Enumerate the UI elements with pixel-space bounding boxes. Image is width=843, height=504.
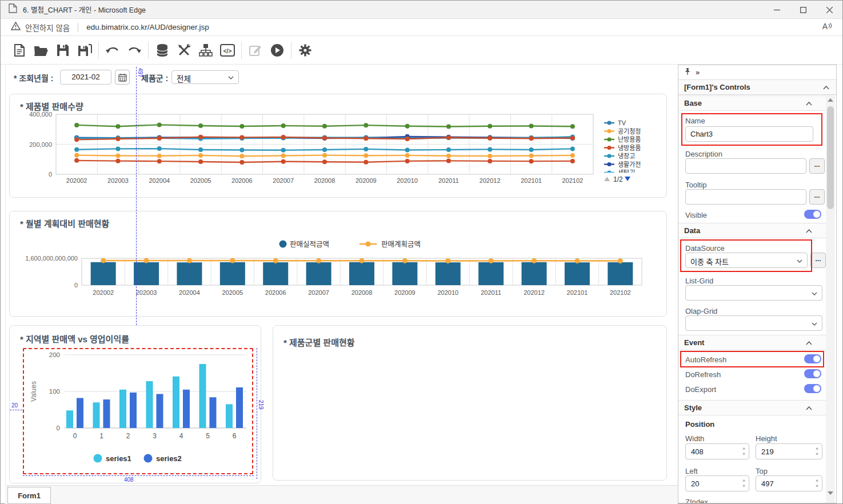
- chevron-up-icon: [806, 229, 812, 233]
- selection-rect[interactable]: [23, 348, 253, 474]
- svg-text:0: 0: [49, 171, 52, 178]
- olapgrid-label: Olap-Grid: [685, 307, 717, 315]
- svg-text:202004: 202004: [179, 289, 200, 296]
- dorefresh-label: DoRefresh: [685, 370, 721, 379]
- guide-line-width: [23, 475, 254, 476]
- maximize-button[interactable]: [790, 1, 816, 19]
- form-tab-strip: Form1: [5, 485, 678, 504]
- svg-text:202005: 202005: [190, 177, 211, 184]
- top-label: Top: [756, 467, 768, 475]
- left-label: Left: [685, 467, 698, 475]
- date-filter-label: * 조회년월 :: [14, 72, 53, 83]
- svg-text:202006: 202006: [231, 177, 253, 184]
- svg-text:400,000: 400,000: [29, 111, 52, 118]
- width-stepper[interactable]: 408˄˅: [685, 443, 749, 459]
- scroll-up-icon[interactable]: [828, 98, 833, 102]
- chevron-up-icon: [806, 341, 812, 345]
- panel-scrollbar[interactable]: [826, 95, 835, 503]
- guide-label-left: 20: [11, 402, 18, 409]
- svg-text:200,000: 200,000: [29, 141, 52, 148]
- pin-icon[interactable]: [684, 67, 691, 78]
- title-bar: 6. 별첨_CHART - 개인 - Microsoft Edge: [1, 1, 842, 19]
- description-input[interactable]: [685, 158, 806, 174]
- tools-icon[interactable]: [173, 40, 195, 61]
- database-icon[interactable]: [151, 40, 173, 61]
- tab-form1[interactable]: Form1: [7, 487, 51, 504]
- guide-label-top: 497: [137, 68, 143, 78]
- collapse-panel-icon[interactable]: »: [696, 68, 700, 77]
- svg-text:202002: 202002: [66, 177, 87, 184]
- datasource-more-button[interactable]: ...: [810, 253, 826, 268]
- svg-text:202008: 202008: [314, 177, 335, 184]
- run-play-icon[interactable]: [266, 40, 288, 61]
- redo-icon[interactable]: [123, 40, 145, 61]
- save-as-icon[interactable]: [74, 40, 95, 61]
- doexport-toggle[interactable]: [804, 384, 821, 393]
- guide-line-left: [10, 410, 22, 410]
- svg-text:TV: TV: [618, 119, 626, 126]
- url-text[interactable]: edu.bimatrix.co.kr/AUD/designer.jsp: [86, 23, 209, 31]
- window-title: 6. 별첨_CHART - 개인 - Microsoft Edge: [23, 4, 146, 15]
- edit-icon: [245, 40, 266, 61]
- security-warning-text: 안전하지 않음: [25, 22, 70, 33]
- annotation-autorefresh-highlight: [680, 351, 824, 367]
- height-label: Height: [756, 434, 777, 443]
- read-aloud-icon[interactable]: A: [822, 22, 832, 31]
- dorefresh-toggle[interactable]: [804, 369, 821, 378]
- minimize-button[interactable]: [764, 1, 790, 19]
- listgrid-select[interactable]: [685, 285, 822, 301]
- guide-label-height: 219: [258, 400, 264, 410]
- svg-text:1,600,000,000,000: 1,600,000,000,000: [25, 255, 78, 262]
- toolbar-separator: [148, 42, 149, 59]
- panel-product-sales-qty: * 제품별 판매수량 400,000200,000020200220200320…: [9, 94, 667, 198]
- category-select[interactable]: 전체: [171, 70, 239, 84]
- section-style[interactable]: Style: [678, 400, 826, 415]
- width-label: Width: [685, 434, 704, 443]
- close-button[interactable]: [816, 1, 842, 19]
- top-stepper[interactable]: 497˄˅: [756, 475, 822, 491]
- svg-text:202009: 202009: [355, 177, 377, 184]
- toolbar-separator: [98, 42, 99, 59]
- description-more-button[interactable]: ...: [809, 158, 825, 174]
- svg-text:202008: 202008: [351, 289, 373, 296]
- section-data[interactable]: Data: [678, 223, 826, 238]
- chart2-bar-line-chart[interactable]: 1,600,000,000,00002020022020032020042020…: [10, 211, 668, 317]
- panel-product-group-sales: * 제품군별 판매현황: [273, 325, 667, 481]
- chevron-up-icon: [806, 406, 812, 410]
- sitemap-icon[interactable]: [195, 40, 217, 61]
- svg-text:1/2: 1/2: [613, 175, 623, 183]
- description-label: Description: [685, 150, 722, 158]
- toolbar-separator: [291, 42, 291, 59]
- page-icon: [9, 3, 17, 15]
- svg-text:202003: 202003: [136, 289, 157, 296]
- scroll-down-icon[interactable]: [828, 491, 833, 495]
- code-window-icon[interactable]: </>: [217, 40, 238, 61]
- svg-text:냉장고: 냉장고: [618, 153, 635, 159]
- controls-header[interactable]: [Form1]'s Controls: [678, 80, 836, 95]
- svg-text:난방용품: 난방용품: [618, 136, 641, 143]
- section-event[interactable]: Event: [678, 335, 826, 350]
- height-stepper[interactable]: 219˄˅: [756, 443, 822, 459]
- tooltip-more-button[interactable]: ...: [809, 189, 825, 205]
- warning-triangle-icon: [11, 22, 21, 33]
- address-divider: [78, 23, 78, 32]
- tooltip-input[interactable]: [685, 189, 806, 205]
- settings-gear-icon[interactable]: [294, 40, 316, 61]
- calendar-button[interactable]: [115, 70, 130, 85]
- scrollbar-thumb[interactable]: [827, 106, 834, 209]
- open-folder-icon[interactable]: [30, 40, 52, 61]
- left-stepper[interactable]: 20˄˅: [685, 475, 749, 491]
- save-icon[interactable]: [52, 40, 74, 61]
- chart1-line-chart[interactable]: 400,000200,00002020022020032020042020052…: [10, 94, 668, 198]
- date-input[interactable]: 2021-02: [60, 70, 111, 85]
- visible-toggle[interactable]: [804, 210, 821, 219]
- chevron-up-icon: [823, 86, 829, 90]
- new-file-icon[interactable]: [9, 40, 30, 61]
- section-base[interactable]: Base: [678, 95, 826, 111]
- svg-text:202007: 202007: [273, 177, 294, 184]
- svg-text:공기청정: 공기청정: [618, 128, 641, 135]
- undo-icon[interactable]: [102, 40, 123, 61]
- panel-monthly-plan-vs-actual: * 월별 계획대비 판매현황 1,600,000,000,00002020022…: [9, 211, 667, 317]
- annotation-datasource-highlight: [680, 239, 812, 272]
- olapgrid-select[interactable]: [685, 315, 822, 331]
